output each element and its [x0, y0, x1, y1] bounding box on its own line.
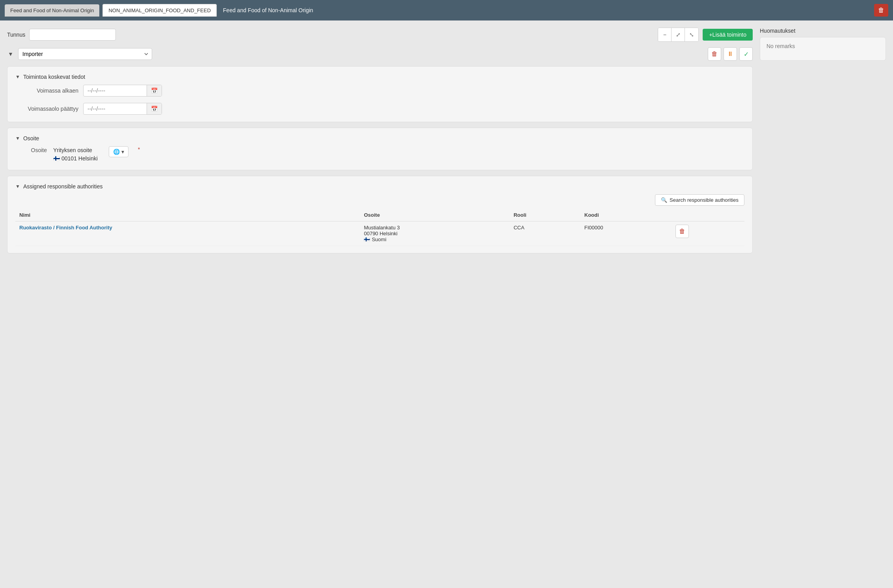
tab-inactive[interactable]: Feed and Food of Non-Animal Origin — [5, 4, 99, 17]
authority-name-link[interactable]: Ruokavirasto / Finnish Food Authority — [19, 225, 112, 231]
table-row: Ruokavirasto / Finnish Food Authority Mu… — [15, 221, 744, 246]
voimassaolo-paattyy-row: Voimassaolo päättyy 📅 — [15, 103, 744, 115]
search-authorities-label: Search responsible authorities — [670, 197, 739, 203]
voimassa-alkaen-input-wrapper: 📅 — [83, 85, 162, 97]
address-label: Osoite — [15, 146, 47, 153]
authorities-header: ▼ Assigned responsible authorities — [15, 183, 744, 190]
authority-address2: 00790 Helsinki — [364, 231, 506, 236]
check-icon: ✓ — [744, 50, 749, 58]
role-pause-button[interactable]: ⏸ — [724, 47, 737, 61]
authority-address-cell: Mustialankatu 3 00790 Helsinki 🇫🇮 Suomi — [360, 221, 510, 246]
col-osoite: Osoite — [360, 209, 510, 221]
osoite-card: ▼ Osoite Osoite Yrityksen osoite 🇫🇮 0010… — [7, 128, 753, 170]
company-name: Yrityksen osoite — [53, 146, 98, 154]
col-koodi: Koodi — [580, 209, 672, 221]
trash-icon-authority: 🗑 — [679, 228, 685, 235]
address-content: Yrityksen osoite 🇫🇮 00101 Helsinki — [53, 146, 98, 163]
toiminta-chevron[interactable]: ▼ — [15, 74, 20, 80]
search-authorities-button[interactable]: 🔍 Search responsible authorities — [655, 194, 744, 206]
tab-active[interactable]: NON_ANIMAL_ORIGIN_FOOD_AND_FEED — [102, 4, 216, 17]
authority-flag: 🇫🇮 — [364, 236, 370, 242]
authorities-card: ▼ Assigned responsible authorities 🔍 Sea… — [7, 176, 753, 253]
expand-button[interactable]: ⤢ — [672, 28, 685, 41]
osoite-title: Osoite — [23, 135, 39, 141]
authority-koodi-cell: FI00000 — [580, 221, 672, 246]
right-panel: Huomautukset No remarks — [760, 28, 886, 581]
col-rooli: Rooli — [510, 209, 580, 221]
authority-country: Suomi — [372, 236, 386, 242]
authority-address1: Mustialankatu 3 — [364, 225, 506, 231]
voimassa-alkaen-label: Voimassa alkaen — [15, 87, 78, 94]
address-city-row: 🇫🇮 00101 Helsinki — [53, 154, 98, 163]
expand-icon: ⤢ — [676, 32, 681, 38]
authority-actions-cell: 🗑 — [672, 221, 744, 246]
minus-button[interactable]: − — [658, 28, 672, 41]
icon-btn-group: − ⤢ ⤡ — [658, 28, 699, 42]
role-confirm-button[interactable]: ✓ — [739, 47, 753, 61]
remarks-header: Huomautukset — [760, 28, 886, 34]
table-head: Nimi Osoite Rooli Koodi — [15, 209, 744, 221]
authority-rooli-cell: CCA — [510, 221, 580, 246]
finland-flag: 🇫🇮 — [53, 154, 60, 163]
search-icon: 🔍 — [661, 197, 667, 203]
calendar-icon: 📅 — [151, 87, 158, 94]
remarks-text: No remarks — [766, 43, 795, 49]
role-actions: 🗑 ⏸ ✓ — [708, 47, 753, 61]
address-city: 00101 Helsinki — [61, 154, 98, 163]
tunnus-label: Tunnus — [7, 32, 25, 38]
voimassaolo-paattyy-input[interactable] — [84, 103, 147, 114]
role-select[interactable]: Importer Exporter Producer Distributor — [18, 48, 152, 60]
calendar-icon-2: 📅 — [151, 106, 158, 112]
trash-icon: 🗑 — [711, 50, 718, 58]
role-chevron-button[interactable]: ▼ — [7, 50, 14, 58]
col-nimi: Nimi — [15, 209, 360, 221]
tunnus-input[interactable] — [29, 29, 116, 41]
authorities-chevron[interactable]: ▼ — [15, 184, 20, 189]
left-panel: Tunnus − ⤢ ⤡ +Lisää toiminto ▼ Importer — [7, 28, 753, 581]
globe-icon: 🌐 — [113, 149, 120, 155]
role-delete-button[interactable]: 🗑 — [708, 47, 721, 61]
voimassa-alkaen-calendar-button[interactable]: 📅 — [147, 85, 162, 96]
table-body: Ruokavirasto / Finnish Food Authority Mu… — [15, 221, 744, 246]
minus-icon: − — [663, 32, 666, 38]
voimassaolo-paattyy-label: Voimassaolo päättyy — [15, 106, 78, 112]
voimassa-alkaen-row: Voimassa alkaen 📅 — [15, 85, 744, 97]
globe-button[interactable]: 🌐 ▾ — [109, 146, 128, 157]
authorities-table: Nimi Osoite Rooli Koodi Ruokavirasto / F… — [15, 209, 744, 246]
authorities-title: Assigned responsible authorities — [23, 183, 103, 190]
toiminta-header: ▼ Toimintoa koskevat tiedot — [15, 74, 744, 80]
top-bar: Feed and Food of Non-Animal Origin NON_A… — [0, 0, 893, 20]
globe-dropdown-arrow: ▾ — [121, 149, 124, 155]
add-toiminto-button[interactable]: +Lisää toiminto — [703, 29, 753, 41]
compress-button[interactable]: ⤡ — [685, 28, 698, 41]
toolbar-row: Tunnus − ⤢ ⤡ +Lisää toiminto — [7, 28, 753, 42]
table-header-row: Nimi Osoite Rooli Koodi — [15, 209, 744, 221]
toiminta-title: Toimintoa koskevat tiedot — [23, 74, 85, 80]
osoite-header: ▼ Osoite — [15, 135, 744, 141]
trash-icon: 🗑 — [878, 7, 884, 14]
search-btn-row: 🔍 Search responsible authorities — [15, 194, 744, 206]
toiminta-card: ▼ Toimintoa koskevat tiedot Voimassa alk… — [7, 66, 753, 122]
top-bar-title: Feed and Food of Non-Animal Origin — [223, 7, 871, 13]
remarks-box: No remarks — [760, 37, 886, 61]
osoite-chevron[interactable]: ▼ — [15, 136, 20, 141]
col-actions — [672, 209, 744, 221]
authority-delete-button[interactable]: 🗑 — [675, 225, 689, 238]
voimassaolo-paattyy-input-wrapper: 📅 — [83, 103, 162, 115]
top-bar-delete-button[interactable]: 🗑 — [874, 4, 888, 17]
voimassaolo-paattyy-calendar-button[interactable]: 📅 — [147, 103, 162, 114]
voimassa-alkaen-input[interactable] — [84, 85, 147, 96]
required-star: * — [138, 146, 140, 153]
authority-address-country-row: 🇫🇮 Suomi — [364, 236, 506, 242]
main-content: Tunnus − ⤢ ⤡ +Lisää toiminto ▼ Importer — [0, 20, 893, 588]
address-row: Osoite Yrityksen osoite 🇫🇮 00101 Helsink… — [15, 146, 744, 163]
pause-icon: ⏸ — [727, 50, 733, 58]
authority-name-cell: Ruokavirasto / Finnish Food Authority — [15, 221, 360, 246]
role-row: ▼ Importer Exporter Producer Distributor… — [7, 47, 753, 61]
compress-icon: ⤡ — [689, 32, 694, 38]
